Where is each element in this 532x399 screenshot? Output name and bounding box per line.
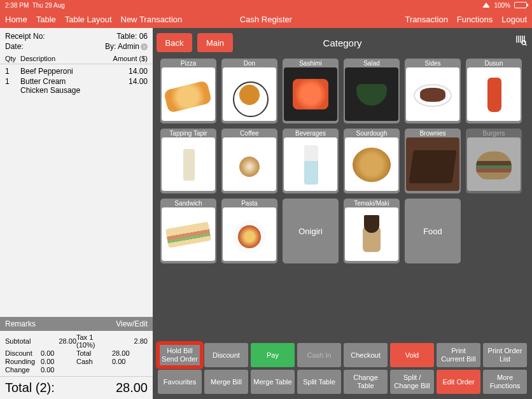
action-edit-order[interactable]: Edit Order	[437, 370, 480, 394]
category-pizza[interactable]: Pizza	[160, 59, 216, 123]
category-salad[interactable]: Salad	[344, 59, 400, 123]
svg-line-6	[525, 44, 527, 46]
col-qty: Qty	[5, 55, 20, 62]
category-temaki-maki[interactable]: Temaki/Maki	[344, 199, 400, 263]
nav-table-layout[interactable]: Table Layout	[65, 15, 112, 24]
by-value: Admin	[118, 42, 139, 51]
category-image	[162, 137, 215, 191]
category-image	[223, 207, 276, 261]
category-label: Sides	[424, 59, 440, 67]
col-amount: Amount ($)	[103, 55, 148, 62]
category-label: Burgers	[482, 129, 505, 137]
nav-new-transaction[interactable]: New Transaction	[121, 15, 183, 24]
discount-label: Discount	[5, 349, 41, 357]
category-label: Sashimi	[299, 59, 322, 67]
subtotal-label: Subtotal	[5, 337, 41, 345]
category-sashimi[interactable]: Sashimi	[283, 59, 339, 123]
category-pasta[interactable]: Pasta	[221, 199, 277, 263]
nav-logout[interactable]: Logout	[501, 15, 527, 24]
nav-title: Cash Register	[240, 15, 292, 24]
action-favourites[interactable]: Favourites	[158, 370, 202, 394]
status-date: Thu 29 Aug	[32, 2, 65, 9]
category-label: Temaki/Maki	[354, 199, 389, 207]
date-label: Date:	[5, 42, 24, 51]
action-hold-bill-send-order[interactable]: Hold Bill Send Order	[158, 343, 202, 367]
action-void[interactable]: Void	[390, 343, 434, 367]
category-image	[345, 207, 398, 261]
discount-value: 0.00	[41, 349, 76, 357]
category-label: Sourdough	[356, 129, 388, 137]
rounding-label: Rounding	[5, 358, 41, 365]
status-time: 2:38 PM	[5, 2, 29, 9]
cash-value: 0.00	[112, 358, 148, 365]
category-label: Tapping Tapir	[169, 129, 207, 137]
category-beverages[interactable]: Beverages	[283, 129, 339, 193]
category-food[interactable]: Food	[405, 199, 461, 263]
grand-total-label: Total (2):	[5, 381, 55, 395]
total-value: 28.00	[112, 349, 148, 357]
category-image	[223, 137, 276, 191]
by-label: By:	[105, 42, 116, 51]
info-icon[interactable]: i	[141, 43, 148, 50]
action-merge-table[interactable]: Merge Table	[251, 370, 295, 394]
category-sandwich[interactable]: Sandwich	[160, 199, 216, 263]
category-label: Salad	[363, 59, 380, 67]
category-brownies[interactable]: Brownies	[405, 129, 461, 193]
nav-home[interactable]: Home	[5, 15, 27, 24]
table-label: Table:	[116, 32, 137, 41]
actions-grid: Hold Bill Send OrderDiscountPayCash InCh…	[157, 342, 528, 395]
category-sides[interactable]: Sides	[405, 59, 461, 123]
rounding-value: 0.00	[41, 358, 76, 365]
category-image	[162, 207, 215, 261]
category-dusun[interactable]: Dusun	[466, 59, 522, 123]
battery-pct: 100%	[494, 2, 510, 9]
category-label: Sandwich	[174, 199, 202, 207]
category-label: Coffee	[240, 129, 258, 137]
nav-functions[interactable]: Functions	[457, 15, 493, 24]
action-more-functions[interactable]: More Functions	[483, 370, 527, 394]
nav-table[interactable]: Table	[36, 15, 56, 24]
nav-bar: Home Table Table Layout New Transaction …	[0, 10, 532, 28]
category-label: Pizza	[181, 59, 196, 67]
action-checkout[interactable]: Checkout	[344, 343, 388, 367]
status-bar: 2:38 PM Thu 29 Aug 100%	[0, 0, 532, 10]
category-onigiri[interactable]: Onigiri	[283, 199, 339, 263]
action-cash-in[interactable]: Cash In	[297, 343, 341, 367]
tax-label: Tax 1 (10%)	[76, 333, 112, 349]
main-button[interactable]: Main	[197, 33, 233, 52]
category-burgers[interactable]: Burgers	[466, 129, 522, 193]
action-print-order-list[interactable]: Print Order List	[483, 343, 527, 367]
remarks-label[interactable]: Remarks	[5, 319, 36, 328]
back-button[interactable]: Back	[157, 33, 192, 52]
table-value: 06	[139, 32, 148, 41]
barcode-scan-icon[interactable]	[515, 34, 527, 46]
category-image	[345, 67, 398, 121]
category-image	[223, 67, 276, 121]
receipt-items: 1Beef Pepperoni14.001Butter CreamChicken…	[0, 64, 153, 317]
category-coffee[interactable]: Coffee	[221, 129, 277, 193]
category-image	[345, 137, 398, 191]
change-label: Change	[5, 366, 41, 374]
action-print-current-bill[interactable]: Print Current Bill	[437, 343, 480, 367]
category-image	[467, 137, 521, 191]
category-sourdough[interactable]: Sourdough	[344, 129, 400, 193]
action-pay[interactable]: Pay	[251, 343, 295, 367]
nav-transaction[interactable]: Transaction	[405, 15, 447, 24]
action-discount[interactable]: Discount	[204, 343, 248, 367]
action-split-table[interactable]: Split Table	[297, 370, 341, 394]
action-merge-bill[interactable]: Merge Bill	[204, 370, 248, 394]
grand-total-value: 28.00	[116, 381, 148, 395]
action-split-change-bill[interactable]: Split / Change Bill	[390, 370, 434, 394]
category-label: Dusun	[485, 59, 503, 67]
viewedit-link[interactable]: View/Edit	[116, 319, 148, 328]
action-change-table[interactable]: Change Table	[344, 370, 388, 394]
tax-value: 2.80	[112, 337, 148, 345]
category-image	[406, 137, 459, 191]
category-image	[284, 137, 337, 191]
category-image	[284, 67, 337, 121]
category-don[interactable]: Don	[221, 59, 277, 123]
receipt-item[interactable]: 1Beef Pepperoni14.00	[5, 67, 148, 76]
receipt-item[interactable]: 1Butter CreamChicken Sausage14.00	[5, 77, 148, 95]
category-image	[162, 67, 215, 121]
category-tapping-tapir[interactable]: Tapping Tapir	[160, 129, 216, 193]
